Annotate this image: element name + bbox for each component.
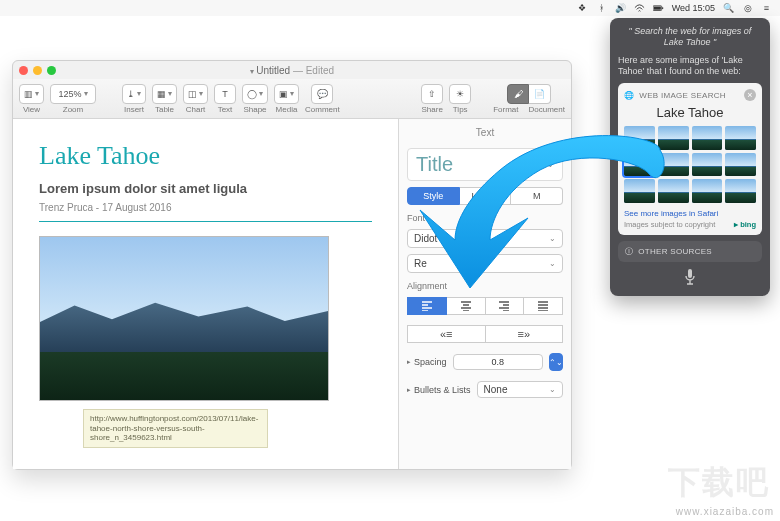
chart-button[interactable]: ◫▾ [183,84,208,104]
view-button[interactable]: ▥▾ [19,84,44,104]
format-button[interactable]: 🖌 [507,84,529,104]
close-card-button[interactable]: × [744,89,756,101]
view-label: View [23,105,40,114]
subtab-more[interactable]: M [511,187,563,205]
result-thumb-selected[interactable] [624,153,655,177]
wifi-icon[interactable] [634,3,645,14]
battery-icon[interactable] [653,3,664,14]
result-thumb[interactable] [624,126,655,150]
zoom-select[interactable]: 125% ▾ [50,84,96,104]
outdent-button[interactable]: «≡ [407,325,486,343]
siri-menubar-icon[interactable]: ◎ [742,3,753,14]
siri-web-image-card: 🌐 WEB IMAGE SEARCH × Lake Tahoe See more… [618,83,762,235]
font-family-select[interactable]: Didot⌄ [407,229,563,248]
media-button[interactable]: ▣▾ [274,84,299,104]
result-thumb[interactable] [692,153,723,177]
bullets-label: Bullets & Lists [414,385,471,395]
close-window-button[interactable] [19,66,28,75]
align-center-button[interactable] [447,297,486,315]
insert-label: Insert [124,105,144,114]
menubar-clock[interactable]: Wed 15:05 [672,3,715,13]
disclosure-triangle-icon[interactable]: ▸ [407,358,411,366]
text-icon: T [222,89,228,99]
subtab-layout[interactable]: Layout [460,187,512,205]
subtab-style[interactable]: Style [407,187,460,205]
result-thumb[interactable] [725,153,756,177]
result-thumb[interactable] [725,126,756,150]
bullets-select[interactable]: None⌄ [477,381,563,398]
spacing-value-field[interactable]: 0.8 [453,354,543,370]
image-source-tooltip: http://www.huffingtonpost.com/2013/07/11… [83,409,268,448]
spacing-label: Spacing [414,357,447,367]
insert-button[interactable]: ⤓▾ [122,84,146,104]
svg-rect-1 [653,6,660,9]
notification-center-icon[interactable]: ≡ [761,3,772,14]
tips-button[interactable]: ☀ [449,84,471,104]
align-justify-button[interactable] [524,297,563,315]
inspector-tab-text[interactable]: Text [407,127,563,138]
doc-subheading[interactable]: Lorem ipsum dolor sit amet ligula [39,181,372,196]
document-proxy-icon[interactable]: ▾ [250,67,256,76]
font-section-label: Font [407,213,563,223]
chart-icon: ◫ [188,89,197,99]
comment-button[interactable]: 💬 [311,84,333,104]
doc-heading[interactable]: Lake Tahoe [39,141,372,171]
minimize-window-button[interactable] [33,66,42,75]
window-title: ▾ Untitled — Edited [13,65,571,76]
zoom-label: Zoom [63,105,83,114]
result-thumb[interactable] [658,153,689,177]
text-button[interactable]: T [214,84,236,104]
pages-window: ▾ Untitled — Edited ▥▾ View 125% ▾ Zoom … [12,60,572,470]
indent-button[interactable]: ≡» [486,325,564,343]
share-button[interactable]: ⇧ [421,84,443,104]
siri-mic-button[interactable] [618,268,762,288]
siri-results-panel: " Search the web for images of Lake Taho… [610,18,770,296]
doc-rule [39,221,372,222]
fullscreen-window-button[interactable] [47,66,56,75]
result-thumb[interactable] [692,126,723,150]
doc-byline[interactable]: Trenz Pruca - 17 August 2016 [39,202,372,213]
siri-response-text: Here are some images of 'Lake Tahoe' tha… [618,55,762,78]
disclosure-triangle-icon[interactable]: ▸ [407,386,411,394]
alignment-segmented [407,297,563,315]
mac-menubar: ❖ ᚼ 🔊 Wed 15:05 🔍 ◎ ≡ [0,0,780,16]
table-button[interactable]: ▦▾ [152,84,177,104]
spotlight-icon[interactable]: 🔍 [723,3,734,14]
pages-toolbar: ▥▾ View 125% ▾ Zoom ⤓▾ Insert ▦▾ Table ◫… [13,79,571,119]
svg-rect-2 [662,7,663,9]
bluetooth-icon[interactable]: ᚼ [596,3,607,14]
share-icon: ⇧ [428,89,436,99]
media-icon: ▣ [279,89,288,99]
result-thumb[interactable] [692,179,723,203]
dropbox-icon[interactable]: ❖ [577,3,588,14]
result-thumb[interactable] [624,179,655,203]
document-page[interactable]: Lake Tahoe Lorem ipsum dolor sit amet li… [13,119,398,469]
result-thumb[interactable] [658,179,689,203]
table-icon: ▦ [157,89,166,99]
tips-label: Tips [453,105,468,114]
paragraph-style-select[interactable]: Title⌄ [407,148,563,181]
watermark-url: www.xiazaiba.com [676,506,774,517]
doc-image[interactable] [39,236,329,401]
volume-icon[interactable]: 🔊 [615,3,626,14]
chevron-down-icon: ⌄ [547,160,554,169]
other-sources-section[interactable]: ⓘ OTHER SOURCES [618,241,762,262]
font-style-select[interactable]: Re⌄ [407,254,563,273]
comment-label: Comment [305,105,340,114]
align-right-button[interactable] [486,297,525,315]
document-label: Document [529,105,565,114]
result-thumb[interactable] [725,179,756,203]
format-icon: 🖌 [514,89,523,99]
siri-query-text: " Search the web for images of Lake Taho… [618,26,762,49]
watermark-cn: 下载吧 [668,461,770,505]
document-button[interactable]: 📄 [529,84,551,104]
align-left-button[interactable] [407,297,447,315]
spacing-stepper[interactable]: ⌃⌄ [549,353,563,371]
window-titlebar[interactable]: ▾ Untitled — Edited [13,61,571,79]
shape-button[interactable]: ◯▾ [242,84,268,104]
inspector-subtabs: Style Layout M [407,187,563,205]
document-icon: 📄 [534,89,545,99]
globe-icon: 🌐 [624,91,634,100]
result-thumb[interactable] [658,126,689,150]
see-more-link[interactable]: See more images in Safari [624,209,756,218]
